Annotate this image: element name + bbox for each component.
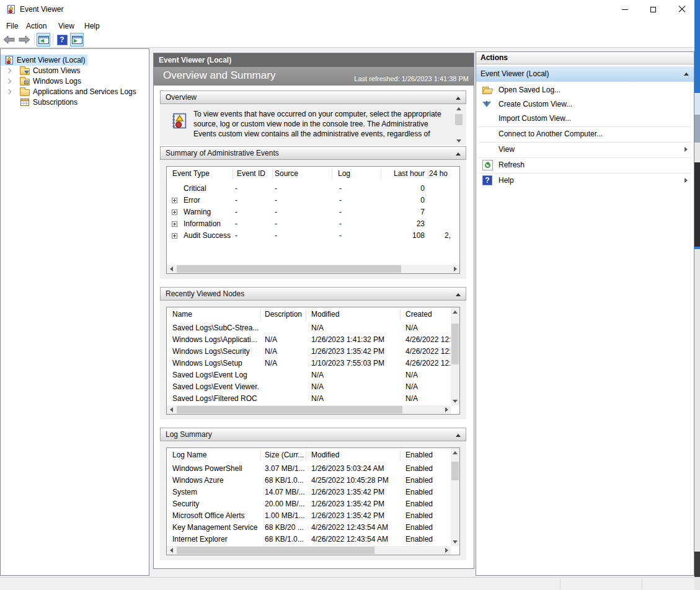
column-header-last-hour[interactable]: Last hour (381, 169, 425, 178)
collapse-arrow-icon[interactable] (684, 73, 689, 76)
overview-section-header[interactable]: Overview (160, 90, 466, 104)
table-row[interactable]: Error - - - 0 (167, 195, 459, 206)
page-title: Overview and Summary (163, 69, 275, 82)
column-header-created[interactable]: Created (405, 310, 450, 319)
log-summary-horizontal-scrollbar[interactable] (167, 546, 451, 555)
scroll-right-icon[interactable] (451, 265, 459, 273)
scroll-up-icon[interactable] (454, 104, 463, 113)
table-row[interactable]: Windows PowerShell 3.07 MB/1... 1/26/202… (167, 463, 459, 475)
scroll-down-icon[interactable] (451, 397, 459, 405)
table-row[interactable]: Microsoft Office Alerts 1.00 MB/1... 1/2… (167, 510, 459, 522)
recent-horizontal-scrollbar[interactable] (167, 405, 451, 414)
log-summary-vertical-scrollbar[interactable] (451, 448, 459, 546)
scroll-right-icon[interactable] (442, 546, 451, 555)
scroll-left-icon[interactable] (167, 265, 175, 273)
summary-horizontal-scrollbar[interactable] (167, 265, 459, 273)
action-help[interactable]: ? Help (476, 174, 694, 188)
action-open-saved-log[interactable]: Open Saved Log... (476, 83, 694, 97)
scrollbar-thumb[interactable] (451, 324, 459, 364)
scroll-left-icon[interactable] (167, 405, 175, 414)
close-button[interactable] (668, 0, 696, 19)
collapse-arrow-icon[interactable] (456, 434, 461, 437)
scroll-up-icon[interactable] (451, 448, 459, 457)
forward-button[interactable] (17, 33, 31, 46)
table-row[interactable]: Information - - - 23 (167, 218, 459, 230)
column-header-log-name[interactable]: Log Name (172, 451, 259, 459)
scrollbar-thumb[interactable] (177, 265, 401, 273)
event-type-cell: Error (184, 196, 200, 205)
recent-section-header[interactable]: Recently Viewed Nodes (160, 287, 466, 301)
back-button[interactable] (2, 33, 16, 46)
table-row[interactable]: Saved Logs\SubC-Strea... N/A N/A (167, 322, 459, 334)
tree-item-applications-and-services-logs[interactable]: Applications and Services Logs (1, 86, 149, 97)
menu-help[interactable]: Help (81, 20, 104, 32)
help-toolbar-button[interactable]: ? (55, 33, 69, 46)
chevron-right-icon[interactable] (6, 78, 11, 83)
menu-action[interactable]: Action (22, 20, 50, 32)
summary-section-header[interactable]: Summary of Administrative Events (160, 146, 466, 160)
log-summary-section-header[interactable]: Log Summary (160, 428, 466, 441)
column-header-source[interactable]: Source (275, 169, 298, 178)
expand-plus-icon[interactable] (172, 209, 177, 215)
chevron-right-icon[interactable] (6, 68, 11, 73)
column-header-modified[interactable]: Modified (311, 310, 403, 319)
expand-plus-icon[interactable] (172, 198, 177, 203)
action-view[interactable]: View (476, 143, 694, 157)
column-header-size[interactable]: Size (Curr... (265, 451, 304, 459)
actions-group-event-viewer-local[interactable]: Event Viewer (Local) (476, 66, 694, 82)
column-header-enabled[interactable]: Enabled (405, 451, 450, 459)
scroll-down-icon[interactable] (454, 136, 463, 145)
table-row[interactable]: Saved Logs\Event Viewer... N/A N/A (167, 381, 459, 393)
scrollbar-thumb[interactable] (177, 406, 402, 413)
menu-view[interactable]: View (55, 20, 78, 32)
table-row[interactable]: Saved Logs\Event Log N/A N/A (167, 369, 459, 381)
scroll-left-icon[interactable] (167, 546, 175, 555)
table-row[interactable]: Security 20.00 MB/... 1/26/2023 1:35:42 … (167, 498, 459, 510)
collapse-arrow-icon[interactable] (456, 97, 461, 100)
recent-vertical-scrollbar[interactable] (451, 307, 459, 405)
column-header-name[interactable]: Name (172, 310, 259, 319)
show-hide-action-pane-button[interactable] (70, 33, 84, 46)
tree-item-windows-logs[interactable]: Windows Logs (1, 76, 149, 86)
table-row[interactable]: Windows Logs\Setup N/A 1/10/2023 7:55:03… (167, 358, 459, 369)
table-row[interactable]: Internet Explorer 68 KB/1.0... 4/26/2022… (167, 534, 459, 545)
overview-vertical-scrollbar[interactable] (454, 104, 463, 145)
action-import-custom-view[interactable]: Import Custom View... (476, 112, 694, 126)
menu-file[interactable]: File (2, 20, 22, 32)
column-header-log[interactable]: Log (338, 169, 350, 178)
column-header-24-hours[interactable]: 24 ho (429, 169, 459, 178)
maximize-button[interactable] (639, 0, 667, 19)
table-row[interactable]: System 14.07 MB/... 1/26/2023 1:35:42 PM… (167, 487, 459, 498)
table-row[interactable]: Windows Azure 68 KB/1.0... 4/25/2022 10:… (167, 475, 459, 487)
table-row[interactable]: Windows Logs\Security N/A 1/26/2023 1:35… (167, 346, 459, 358)
show-hide-console-tree-button[interactable] (37, 33, 50, 46)
column-header-description[interactable]: Description (265, 310, 304, 319)
collapse-arrow-icon[interactable] (456, 152, 461, 156)
action-create-custom-view[interactable]: Create Custom View... (476, 97, 694, 112)
action-connect-to-another-computer[interactable]: Connect to Another Computer... (476, 127, 694, 141)
tree-item-subscriptions[interactable]: Subscriptions (1, 97, 149, 107)
scroll-right-icon[interactable] (442, 405, 451, 414)
table-row[interactable]: Warning - - - 7 (167, 206, 459, 218)
scroll-up-icon[interactable] (451, 307, 459, 316)
minimize-button[interactable] (611, 0, 639, 19)
table-row[interactable]: Critical - - - 0 (167, 183, 459, 195)
chevron-right-icon[interactable] (6, 89, 11, 94)
expand-plus-icon[interactable] (172, 233, 177, 239)
scroll-down-icon[interactable] (451, 537, 459, 546)
column-header-event-type[interactable]: Event Type (172, 169, 210, 178)
table-row[interactable]: Audit Success - - - 108 2, (167, 230, 459, 242)
scrollbar-thumb[interactable] (455, 114, 463, 125)
table-row[interactable]: Windows Logs\Applicati... N/A 1/26/2023 … (167, 334, 459, 346)
column-header-event-id[interactable]: Event ID (237, 169, 265, 178)
expand-plus-icon[interactable] (172, 221, 177, 227)
scrollbar-thumb[interactable] (177, 547, 374, 554)
table-row[interactable]: Key Management Service 68 KB/20 ... 4/26… (167, 522, 459, 534)
action-refresh[interactable]: Refresh (476, 158, 694, 172)
column-header-modified[interactable]: Modified (311, 451, 403, 459)
table-row[interactable]: Saved Logs\Filtered ROC ... N/A N/A (167, 393, 459, 405)
tree-item-custom-views[interactable]: Custom Views (1, 65, 149, 76)
tree-item-event-viewer-local[interactable]: Event Viewer (Local) (1, 55, 149, 65)
scrollbar-thumb[interactable] (451, 462, 459, 480)
collapse-arrow-icon[interactable] (456, 293, 461, 296)
